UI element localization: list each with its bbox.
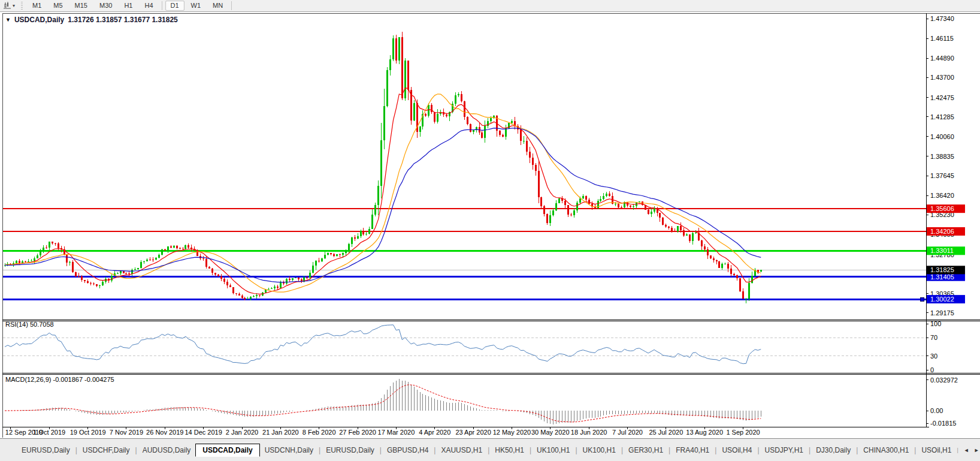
symbol-tab-uk100-h1[interactable]: UK100,H1 <box>532 444 574 456</box>
panel-borders <box>2 13 980 438</box>
tab-separator: | <box>809 446 810 454</box>
svg-text:21 Jan 2020: 21 Jan 2020 <box>262 429 299 436</box>
chart-symbol-label: USDCAD,Daily <box>14 16 64 24</box>
svg-text:1.31405: 1.31405 <box>930 273 954 281</box>
timeframe-button-m1[interactable]: M1 <box>27 1 47 11</box>
tab-separator: | <box>434 446 435 454</box>
timeframe-button-m15[interactable]: M15 <box>69 1 93 11</box>
tab-separator: | <box>135 446 137 454</box>
svg-text:0.032972: 0.032972 <box>930 376 958 384</box>
symbol-tab-ger30-h1[interactable]: GER30,H1 <box>624 444 668 456</box>
svg-text:23 Apr 2020: 23 Apr 2020 <box>455 429 491 436</box>
symbol-tab-eurusd-daily[interactable]: EURUSD,Daily <box>321 444 379 456</box>
symbol-tab-fra40-h1[interactable]: FRA40,H1 <box>671 444 714 456</box>
svg-text:1.31825: 1.31825 <box>930 266 954 273</box>
chart-cursor-tool-button[interactable]: ▾ <box>2 1 16 11</box>
tab-separator: | <box>488 446 489 454</box>
price-badge-1.31825: 1.31825 <box>927 266 965 274</box>
macd-signal-line <box>5 385 761 422</box>
timeframe-button-w1[interactable]: W1 <box>186 1 207 11</box>
svg-text:27 Feb 2020: 27 Feb 2020 <box>339 429 376 436</box>
ma-fast-line <box>5 88 761 294</box>
chart-canvas[interactable]: 1.473401.461151.448901.437001.424751.412… <box>0 11 980 438</box>
toolbar-separator <box>231 1 232 10</box>
price-badge-1.30022: 1.30022 <box>927 295 965 303</box>
svg-text:1.44890: 1.44890 <box>930 55 954 62</box>
symbol-tab-eurusd-daily[interactable]: EURUSD,Daily <box>17 444 75 456</box>
symbol-tab-china300-h1[interactable]: CHINA300,H1 <box>858 444 914 456</box>
svg-text:0: 0 <box>930 366 934 373</box>
svg-text:18 Jun 2020: 18 Jun 2020 <box>571 429 607 436</box>
svg-text:1 Sep 2020: 1 Sep 2020 <box>726 429 760 436</box>
chart-title: ▼ USDCAD,Daily 1.31726 1.31857 1.31677 1… <box>5 16 178 24</box>
top-toolbar: ▾ M1M5M15M30H1H4D1W1MN <box>0 0 980 12</box>
rsi-axis: 10070300 <box>926 320 941 373</box>
svg-text:1.38835: 1.38835 <box>930 153 954 160</box>
tab-scroll-right-icon[interactable]: ► <box>974 447 979 453</box>
symbol-tab-usoil-h4[interactable]: USOil,H4 <box>717 444 757 456</box>
svg-text:1.36420: 1.36420 <box>930 192 954 199</box>
timeframe-buttons: M1M5M15M30H1H4D1W1MN <box>26 1 234 11</box>
chart-ohlc-values: 1.31726 1.31857 1.31677 1.31825 <box>68 16 178 24</box>
tab-separator: | <box>319 446 320 454</box>
level-line-handle[interactable] <box>920 297 924 301</box>
symbol-tab-usdchf-daily[interactable]: USDCHF,Daily <box>78 444 135 456</box>
symbol-tab-usdcad-daily[interactable]: USDCAD,Daily <box>195 444 259 457</box>
rsi-guides <box>3 338 926 356</box>
tab-separator: | <box>75 446 77 454</box>
svg-text:0.00: 0.00 <box>930 407 943 414</box>
symbol-tabs: EURUSD,Daily|USDCHF,Daily|AUDUSD,DailyUS… <box>17 444 956 457</box>
svg-text:30: 30 <box>930 352 937 360</box>
symbol-tab-usdjpy-h1[interactable]: USDJPY,H1 <box>760 444 808 456</box>
date-axis: 12 Sep 20191 Oct 201919 Oct 20197 Nov 20… <box>5 427 760 436</box>
symbol-tab-uk100-h1[interactable]: UK100,H1 <box>578 444 621 456</box>
macd-indicator-label: MACD(12,26,9) -0.001867 -0.004275 <box>5 376 114 383</box>
symbol-tab-xauusd-h1[interactable]: XAUUSD,H1 <box>436 444 487 456</box>
horizontal-level-lines[interactable] <box>3 209 926 301</box>
price-badge-1.34206: 1.34206 <box>927 227 965 236</box>
svg-text:70: 70 <box>930 334 937 341</box>
rsi-line <box>5 325 761 364</box>
symbol-tab-gbpusd-h4[interactable]: GBPUSD,H4 <box>382 444 433 456</box>
timeframe-button-m30[interactable]: M30 <box>94 1 117 11</box>
svg-text:1.34206: 1.34206 <box>930 228 954 235</box>
svg-text:13 Aug 2020: 13 Aug 2020 <box>686 429 723 436</box>
svg-text:1.29175: 1.29175 <box>930 309 954 317</box>
tab-scroll-left-icon[interactable]: ◄ <box>964 447 969 453</box>
tab-scroll-nav: | ◄ ► <box>956 447 979 453</box>
rsi-indicator-label: RSI(14) 50.7058 <box>5 321 54 328</box>
svg-text:19 Oct 2019: 19 Oct 2019 <box>70 429 106 436</box>
svg-text:1.43700: 1.43700 <box>930 74 954 81</box>
symbol-tab-usoil-h1[interactable]: USOil,H1 <box>917 444 956 456</box>
tab-separator: | <box>957 447 958 453</box>
svg-text:4 Apr 2020: 4 Apr 2020 <box>419 429 450 436</box>
svg-text:1.30022: 1.30022 <box>930 296 954 303</box>
timeframe-button-h4[interactable]: H4 <box>139 1 158 11</box>
symbol-tab-audusd-daily[interactable]: AUDUSD,Daily <box>138 444 196 456</box>
symbol-tab-dj30-daily[interactable]: DJ30,Daily <box>811 444 855 456</box>
timeframe-button-mn[interactable]: MN <box>207 1 228 11</box>
timeframe-button-d1[interactable]: D1 <box>165 1 184 11</box>
toolbar-grip-handle[interactable] <box>21 2 23 10</box>
svg-text:2 Jan 2020: 2 Jan 2020 <box>226 429 258 436</box>
tab-separator: | <box>530 446 531 454</box>
svg-text:7 Jul 2020: 7 Jul 2020 <box>612 429 643 436</box>
title-marker-icon: ▼ <box>5 17 11 23</box>
symbol-tab-hk50-h1[interactable]: HK50,H1 <box>490 444 529 456</box>
macd-axis: 0.0329720.00-0.01815 <box>926 376 958 427</box>
svg-text:1.40060: 1.40060 <box>930 133 954 140</box>
svg-text:-0.01815: -0.01815 <box>930 420 956 427</box>
timeframe-button-m5[interactable]: M5 <box>48 1 68 11</box>
price-badge-1.33011: 1.33011 <box>927 246 965 255</box>
svg-text:30 May 2020: 30 May 2020 <box>531 429 570 436</box>
ma-slow-line <box>5 128 761 282</box>
tab-separator: | <box>914 446 916 454</box>
svg-text:1.47340: 1.47340 <box>930 15 954 22</box>
svg-text:8 Feb 2020: 8 Feb 2020 <box>303 429 336 436</box>
timeframe-button-h1[interactable]: H1 <box>119 1 138 11</box>
tab-separator: | <box>856 446 858 454</box>
svg-text:1.46115: 1.46115 <box>930 35 954 42</box>
symbol-tab-usdcnh-daily[interactable]: USDCNH,Daily <box>260 444 318 456</box>
svg-text:14 Dec 2019: 14 Dec 2019 <box>184 429 222 436</box>
tab-separator: | <box>621 446 623 454</box>
